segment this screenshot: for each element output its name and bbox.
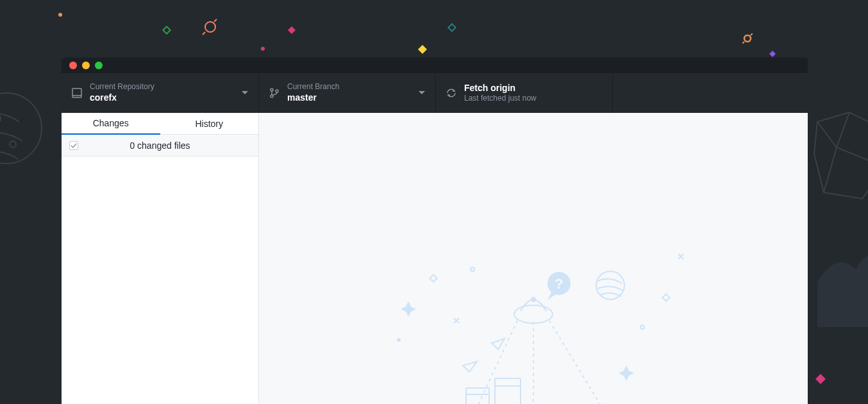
svg-rect-33	[662, 294, 669, 301]
content-area: ?	[259, 113, 808, 404]
decor-diamond-yellow	[418, 45, 427, 54]
svg-line-9	[751, 33, 753, 35]
svg-point-2	[205, 22, 215, 32]
caret-down-icon	[419, 91, 425, 94]
decor-ring-orange	[742, 33, 753, 44]
titlebar[interactable]	[62, 58, 808, 73]
svg-line-20	[476, 321, 517, 404]
decor-rock-right	[811, 109, 868, 237]
svg-rect-6	[448, 24, 455, 31]
empty-state-illustration: ?	[367, 250, 700, 404]
toolbar: Current Repository corefx Current Branch…	[62, 73, 808, 113]
branch-selector[interactable]: Current Branch master	[259, 73, 436, 112]
caret-down-icon	[242, 91, 248, 94]
svg-point-19	[531, 298, 535, 301]
svg-point-12	[10, 141, 16, 147]
branch-icon	[269, 88, 280, 98]
svg-point-5	[261, 47, 265, 51]
decor-dot-pink	[261, 47, 265, 51]
svg-text:?: ?	[555, 276, 563, 292]
fetch-button[interactable]: Fetch origin Last fetched just now	[436, 73, 613, 112]
svg-point-34	[471, 267, 474, 271]
fetch-label: Fetch origin	[464, 82, 602, 94]
svg-point-16	[276, 90, 278, 92]
toolbar-spacer	[613, 73, 808, 112]
svg-point-10	[0, 93, 42, 164]
svg-line-8	[742, 42, 744, 44]
svg-line-22	[549, 321, 604, 404]
svg-point-0	[58, 13, 62, 17]
decor-diamond-pink-br	[815, 374, 826, 384]
fetch-status: Last fetched just now	[464, 94, 602, 104]
svg-line-3	[203, 32, 205, 35]
branch-label: Current Branch	[287, 82, 413, 92]
svg-line-4	[214, 19, 217, 22]
changes-count-label: 0 changed files	[69, 140, 251, 151]
close-window-button[interactable]	[69, 62, 77, 69]
svg-rect-28	[495, 378, 521, 404]
decor-plug-icon	[201, 18, 219, 36]
decor-planet-left	[0, 90, 51, 192]
main-area: Changes History 0 changed files	[62, 113, 808, 404]
svg-point-32	[640, 325, 644, 329]
app-window: Current Repository corefx Current Branch…	[62, 58, 808, 404]
repository-selector[interactable]: Current Repository corefx	[62, 73, 259, 112]
svg-rect-1	[163, 26, 170, 33]
svg-point-17	[271, 95, 273, 97]
decor-diamond-purple	[769, 51, 776, 57]
branch-value: master	[287, 92, 413, 103]
repo-icon	[72, 88, 82, 98]
repo-label: Current Repository	[90, 82, 237, 92]
svg-point-7	[744, 35, 751, 42]
sidebar: Changes History 0 changed files	[62, 113, 259, 404]
decor-diamond-pink	[288, 26, 296, 34]
repo-value: corefx	[90, 92, 237, 103]
svg-rect-26	[466, 388, 489, 404]
svg-point-18	[514, 305, 553, 323]
sidebar-tabs: Changes History	[62, 113, 258, 135]
minimize-window-button[interactable]	[82, 62, 90, 69]
tab-changes[interactable]: Changes	[62, 113, 160, 135]
decor-reticle-green	[162, 26, 171, 35]
svg-point-11	[0, 115, 1, 122]
changes-summary-row: 0 changed files	[62, 135, 258, 156]
decor-hill-right	[817, 224, 868, 327]
tab-history[interactable]: History	[160, 113, 259, 135]
decor-dot-orange	[58, 13, 62, 17]
svg-point-31	[397, 338, 401, 342]
svg-rect-30	[430, 274, 437, 282]
maximize-window-button[interactable]	[95, 62, 103, 69]
decor-reticle-teal	[447, 23, 456, 32]
svg-rect-13	[72, 88, 81, 97]
svg-point-15	[271, 88, 273, 91]
sync-icon	[446, 88, 456, 98]
